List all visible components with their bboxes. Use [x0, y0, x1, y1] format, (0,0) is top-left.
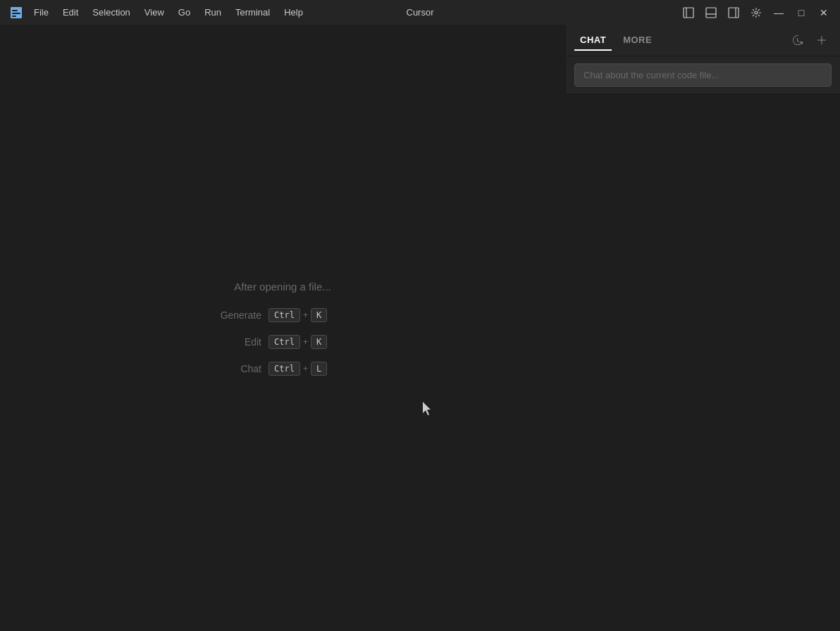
svg-rect-2 [12, 13, 20, 14]
panel-actions [788, 30, 832, 50]
chat-plus: + [303, 364, 308, 374]
cursor-pointer [423, 402, 431, 415]
generate-label: Generate [212, 310, 261, 321]
menu-terminal[interactable]: Terminal [228, 0, 277, 25]
chat-label: Chat [212, 363, 261, 374]
settings-icon[interactable] [746, 4, 767, 21]
minimize-button[interactable]: — [768, 4, 789, 21]
chat-input[interactable] [574, 63, 832, 87]
chat-keys: Ctrl + L [268, 362, 327, 376]
edit-ctrl-key: Ctrl [268, 335, 300, 349]
svg-rect-6 [706, 8, 716, 18]
generate-plus: + [303, 310, 308, 320]
edit-plus: + [303, 337, 308, 347]
menu-view[interactable]: View [137, 0, 171, 25]
chat-l-key: L [311, 362, 327, 376]
new-chat-button[interactable] [812, 30, 832, 50]
menu-selection[interactable]: Selection [85, 0, 137, 25]
panel-header: CHAT MORE [566, 25, 840, 56]
window-controls: — □ ✕ [678, 4, 834, 21]
chat-content [566, 94, 840, 631]
history-button[interactable] [788, 30, 808, 50]
tab-chat[interactable]: CHAT [574, 30, 612, 51]
menu-go[interactable]: Go [171, 0, 197, 25]
svg-rect-4 [684, 8, 693, 18]
maximize-button[interactable]: □ [791, 4, 812, 21]
generate-ctrl-key: Ctrl [268, 308, 300, 322]
menu-bar: File Edit Selection View Go Run Terminal… [27, 0, 310, 25]
right-panel: CHAT MORE [565, 25, 840, 631]
app-logo [6, 0, 27, 25]
panel-tabs: CHAT MORE [574, 30, 788, 51]
generate-keys: Ctrl + K [268, 308, 327, 322]
sidebar-toggle-icon[interactable] [678, 4, 699, 21]
menu-help[interactable]: Help [277, 0, 310, 25]
generate-shortcut-row: Generate Ctrl + K [212, 308, 353, 322]
edit-k-key: K [311, 335, 327, 349]
main-layout: After opening a file... Generate Ctrl + … [0, 25, 840, 631]
svg-rect-3 [12, 16, 16, 17]
edit-keys: Ctrl + K [268, 335, 327, 349]
welcome-content: After opening a file... Generate Ctrl + … [212, 281, 353, 376]
welcome-title: After opening a file... [234, 281, 331, 293]
close-button[interactable]: ✕ [813, 4, 834, 21]
panel-toggle-icon[interactable] [700, 4, 722, 21]
chat-input-container [566, 56, 840, 94]
svg-rect-8 [729, 8, 739, 18]
tab-more[interactable]: MORE [617, 30, 657, 51]
editor-area: After opening a file... Generate Ctrl + … [0, 25, 565, 631]
edit-shortcut-row: Edit Ctrl + K [212, 335, 353, 349]
window-title: Cursor [406, 7, 433, 18]
menu-edit[interactable]: Edit [56, 0, 85, 25]
menu-run[interactable]: Run [197, 0, 228, 25]
generate-k-key: K [311, 308, 327, 322]
svg-rect-1 [12, 10, 18, 11]
activitybar-toggle-icon[interactable] [723, 4, 744, 21]
chat-ctrl-key: Ctrl [268, 362, 300, 376]
edit-label: Edit [212, 336, 261, 348]
chat-shortcut-row: Chat Ctrl + L [212, 362, 353, 376]
titlebar: File Edit Selection View Go Run Terminal… [0, 0, 840, 25]
svg-point-10 [755, 11, 758, 14]
menu-file[interactable]: File [27, 0, 56, 25]
